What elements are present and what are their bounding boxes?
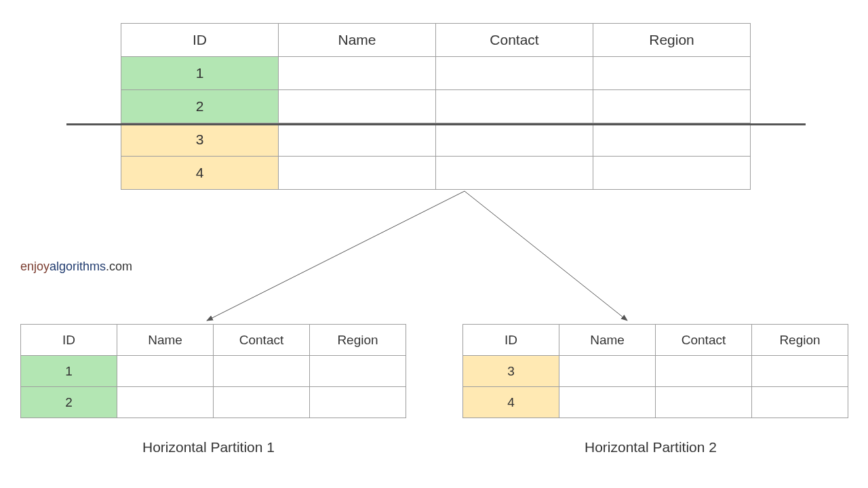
cell-empty — [593, 123, 751, 157]
header-contact: Contact — [214, 325, 310, 356]
svg-line-1 — [207, 191, 465, 321]
cell-empty — [214, 387, 310, 418]
partition-1-caption: Horizontal Partition 1 — [142, 439, 275, 455]
watermark-part2: algorithms — [50, 260, 106, 273]
table-row: 3 — [463, 356, 848, 387]
cell-id: 4 — [463, 387, 559, 418]
partition-2-caption: Horizontal Partition 2 — [585, 439, 717, 455]
cell-id: 3 — [121, 123, 279, 157]
cell-empty — [752, 387, 848, 418]
cell-empty — [752, 356, 848, 387]
cell-empty — [279, 123, 436, 157]
cell-id: 2 — [21, 387, 117, 418]
header-contact: Contact — [656, 325, 752, 356]
header-id: ID — [463, 325, 559, 356]
cell-id: 1 — [21, 356, 117, 387]
cell-empty — [559, 356, 656, 387]
cell-empty — [593, 90, 751, 123]
cell-id: 2 — [121, 90, 279, 123]
header-contact: Contact — [436, 24, 593, 57]
header-row: ID Name Contact Region — [21, 325, 406, 356]
header-row: ID Name Contact Region — [121, 24, 751, 57]
header-id: ID — [121, 24, 279, 57]
table-row: 2 — [121, 90, 751, 123]
partition-divider — [66, 123, 806, 125]
cell-empty — [593, 57, 751, 90]
cell-empty — [593, 157, 751, 190]
cell-empty — [310, 387, 406, 418]
header-name: Name — [559, 325, 656, 356]
table-row: 4 — [121, 157, 751, 190]
cell-id: 3 — [463, 356, 559, 387]
cell-empty — [117, 387, 214, 418]
header-id: ID — [21, 325, 117, 356]
cell-empty — [310, 356, 406, 387]
table-row: 1 — [121, 57, 751, 90]
cell-empty — [279, 157, 436, 190]
partition-2-table: ID Name Contact Region 3 4 — [462, 324, 848, 418]
watermark-part1: enjoy — [20, 260, 50, 273]
main-table: ID Name Contact Region 1 2 3 4 — [121, 23, 751, 190]
table-row: 2 — [21, 387, 406, 418]
table-row: 4 — [463, 387, 848, 418]
svg-line-2 — [465, 191, 627, 321]
watermark: enjoyalgorithms.com — [20, 260, 132, 274]
table-row: 3 — [121, 123, 751, 157]
cell-empty — [436, 123, 593, 157]
cell-empty — [436, 90, 593, 123]
cell-empty — [279, 90, 436, 123]
cell-empty — [436, 57, 593, 90]
header-name: Name — [117, 325, 214, 356]
cell-empty — [214, 356, 310, 387]
header-name: Name — [279, 24, 436, 57]
header-row: ID Name Contact Region — [463, 325, 848, 356]
cell-empty — [656, 356, 752, 387]
header-region: Region — [752, 325, 848, 356]
cell-empty — [279, 57, 436, 90]
cell-empty — [117, 356, 214, 387]
cell-empty — [436, 157, 593, 190]
cell-empty — [559, 387, 656, 418]
cell-empty — [656, 387, 752, 418]
partition-1-table: ID Name Contact Region 1 2 — [20, 324, 406, 418]
watermark-part3: .com — [106, 260, 132, 273]
header-region: Region — [593, 24, 751, 57]
table-row: 1 — [21, 356, 406, 387]
cell-id: 4 — [121, 157, 279, 190]
header-region: Region — [310, 325, 406, 356]
cell-id: 1 — [121, 57, 279, 90]
